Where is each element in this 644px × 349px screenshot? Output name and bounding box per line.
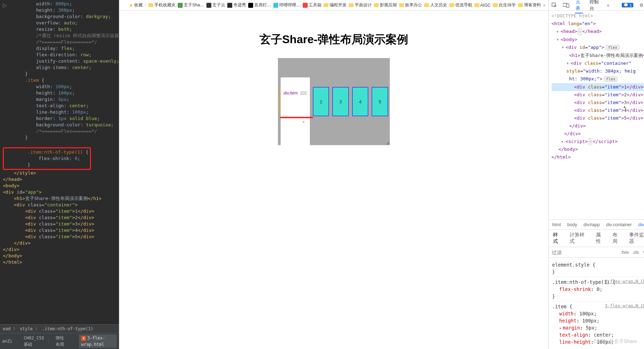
device-icon[interactable] (563, 2, 569, 8)
tab-styles[interactable]: 样式 (553, 232, 563, 245)
bookmark-item[interactable]: 奇迹秀 (227, 2, 246, 8)
flex-item-5[interactable]: 5 (372, 87, 388, 116)
devtools-panel: 元素 控制台 » 💬 1 ⚙ ⋮ ✕ <!DOCTYPE html> <html… (548, 0, 644, 349)
bookmark-icon (303, 3, 308, 8)
bookmark-item[interactable]: 首席灯… (248, 2, 271, 8)
devtools-toolbar: 元素 控制台 » 💬 1 ⚙ ⋮ ✕ (549, 0, 644, 11)
tab-active[interactable]: 53-flex-wrap.html (79, 334, 117, 348)
tab-layout[interactable]: 布局 (612, 232, 622, 245)
bookmark-icon (449, 3, 454, 7)
bookmark-item[interactable]: 玄子Sha… (178, 2, 204, 8)
editor-tabs: anZi〉 CH02_CSS基础〉 弹性布局〉 53-flex-wrap.htm… (0, 333, 119, 349)
bookmark-icon (248, 3, 253, 8)
doctype-node[interactable]: <!DOCTYPE html> (552, 13, 593, 18)
dom-breadcrumb[interactable]: html body div#app div.container div.item (549, 219, 644, 229)
element-tooltip: div.item 102 × 102 (280, 77, 310, 145)
bookmark-icon (148, 3, 153, 7)
bookmark-icon (474, 3, 479, 7)
bookmark-icon (273, 3, 278, 8)
source-link-2[interactable]: 3-flex-wrap…N_CHANGE:33 (605, 302, 644, 309)
svg-rect-2 (566, 4, 569, 7)
flex-container[interactable]: div.item 102 × 102 1 2 3 4 5 (278, 58, 390, 145)
bookmark-item[interactable]: 手机收藏夹 (148, 2, 176, 8)
bookmark-item[interactable]: 效率办公 (399, 2, 422, 8)
bookmark-icon (374, 3, 379, 7)
bookmark-item[interactable]: 编程开发 (324, 2, 347, 8)
tab-3[interactable]: 弹性布局 (56, 335, 68, 348)
bookmark-icon (518, 3, 523, 7)
rule-element-style[interactable]: element.style { } (552, 260, 644, 277)
watermark: CSDN @玄子Share (593, 338, 637, 345)
tab-computed[interactable]: 计算样式 (570, 232, 589, 245)
bookmark-item[interactable]: 此生待学 (493, 2, 516, 8)
styles-filter-row: :hov .cls + (549, 247, 644, 258)
more-tabs-icon[interactable]: » (606, 2, 610, 8)
bookmark-item[interactable]: 平面设计 (349, 2, 372, 8)
add-rule-icon[interactable]: + (642, 248, 644, 256)
styles-tabs: 样式 计算样式 属性 布局 事件监听器 » (549, 229, 644, 247)
html-icon: 5 (81, 336, 86, 341)
bookmark-icon (227, 3, 232, 8)
star-icon: ★ (129, 3, 133, 8)
style-rules[interactable]: element.style { } 3-flex-wrap…N_CHANGE:4… (549, 258, 644, 349)
hov-button[interactable]: :hov (621, 250, 629, 255)
flex-item-4[interactable]: 4 (352, 87, 369, 116)
tab-props[interactable]: 属性 (596, 232, 605, 245)
bookmark-item[interactable]: 优选导航 (449, 2, 472, 8)
bookmark-icon (349, 3, 354, 7)
bookmark-icon (206, 3, 211, 8)
rule-nth-of-type[interactable]: 3-flex-wrap…N_CHANGE:44 .item:nth-of-typ… (552, 277, 644, 302)
resize-handle-icon[interactable] (386, 142, 389, 144)
cls-button[interactable]: .cls (632, 250, 639, 255)
bookmark-icon (424, 3, 429, 7)
bookmark-item[interactable]: 博客资料 (518, 2, 541, 8)
bookmark-icon (324, 3, 329, 7)
bookmark-item[interactable]: AIGC (474, 3, 491, 8)
bookmark-icon (178, 3, 183, 8)
tab-listeners[interactable]: 事件监听器 (629, 232, 644, 245)
code-body[interactable]: width: 800px; height: 300px; background-… (0, 0, 119, 324)
source-link[interactable]: 3-flex-wrap…N_CHANGE:44 (605, 278, 644, 285)
bookmark-icon (399, 3, 404, 7)
dom-tree[interactable]: <!DOCTYPE html> <html lang="en"> ▸<head>… (549, 11, 644, 219)
highlight-underline (280, 117, 313, 118)
gear-icon[interactable]: ⚙ (639, 2, 644, 8)
tab-1[interactable]: anZi (2, 338, 12, 344)
bookmark-icon (493, 3, 498, 7)
bookmark-favorites[interactable]: ★收藏 (129, 2, 143, 8)
bookmark-item[interactable]: 哔哩哔哩… (273, 2, 301, 8)
flex-item-1[interactable]: div.item 102 × 102 1 (280, 87, 309, 116)
tab-2[interactable]: CH02_CSS基础 (24, 335, 44, 348)
page-title: 玄子Share-弹性布局演示案例 (217, 32, 451, 47)
code-editor[interactable]: width: 800px; height: 300px; background-… (0, 0, 119, 349)
inspect-icon[interactable] (552, 2, 557, 8)
bookmark-item[interactable]: 影视后期 (374, 2, 397, 8)
bookmark-item[interactable]: 玄子云 (206, 2, 225, 8)
flex-item-2[interactable]: 2 (313, 87, 329, 116)
bookmark-item[interactable]: 工具箱 (303, 2, 321, 8)
bookmarks-bar: ▷ ★收藏 • 手机收藏夹 玄子Sha… 玄子云 奇迹秀 首席灯… 哔哩哔哩… … (119, 0, 548, 11)
flex-item-3[interactable]: 3 (332, 87, 349, 116)
flex-badge[interactable]: flex (606, 45, 620, 50)
preview-area: 玄子Share-弹性布局演示案例 div.item 102 × 102 1 2 … (119, 11, 548, 349)
browser-pane: ▷ ★收藏 • 手机收藏夹 玄子Sha… 玄子云 奇迹秀 首席灯… 哔哩哔哩… … (119, 0, 548, 349)
issues-badge[interactable]: 💬 1 (622, 3, 633, 7)
chevron-right-icon[interactable]: » (543, 3, 546, 8)
bookmark-item[interactable]: 人文历史 (424, 2, 447, 8)
selected-dom-node[interactable]: <div class="item">1</div> == $0 (552, 83, 644, 91)
filter-input[interactable] (552, 250, 617, 255)
editor-breadcrumb[interactable]: ead 〉 style 〉 .item:nth-of-type(1) (0, 324, 119, 333)
